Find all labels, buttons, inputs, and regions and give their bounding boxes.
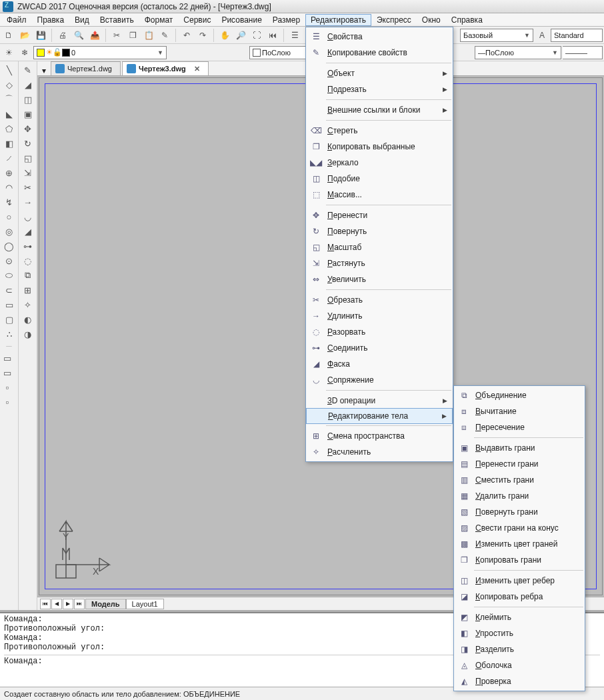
tab-next-icon[interactable]: ▶ — [63, 599, 73, 609]
linetype-combo[interactable]: ——— — [563, 46, 603, 59]
pal-icon-3[interactable]: ▫ — [0, 380, 15, 395]
modify-tool-10[interactable]: ◡ — [21, 209, 35, 224]
solidedit-item-10[interactable]: ▩Изменить цвет граней — [454, 536, 585, 552]
tab-model[interactable]: Модель — [85, 599, 126, 609]
menu-размер[interactable]: Размер — [267, 14, 305, 26]
modify-tool-2[interactable]: ◫ — [21, 92, 35, 107]
solidedit-item-8[interactable]: ▧Повернуть грани — [454, 504, 585, 520]
edit-item-28[interactable]: Редактирование тела▶ — [306, 408, 453, 424]
print-icon[interactable]: 🖨 — [55, 28, 70, 43]
menu-справка[interactable]: Справка — [446, 14, 488, 26]
solidedit-item-19[interactable]: ◬Оболочка — [454, 657, 585, 673]
solidedit-item-17[interactable]: ◧Упростить — [454, 625, 585, 641]
solidedit-item-4[interactable]: ▣Выдавить грани — [454, 440, 585, 456]
draw-tool-7[interactable]: ⊕ — [2, 165, 17, 180]
lineweight-combo[interactable]: — ПоСлою▼ — [475, 46, 561, 59]
modify-tool-14[interactable]: ⧉ — [21, 268, 35, 283]
draw-tool-0[interactable]: ╲ — [2, 63, 17, 77]
new-icon[interactable]: 🗋 — [1, 28, 16, 43]
tab-last-icon[interactable]: ⏭ — [74, 599, 85, 609]
paste-icon[interactable]: 📋 — [141, 28, 156, 43]
menu-правка[interactable]: Правка — [32, 14, 70, 26]
draw-tool-11[interactable]: ◎ — [2, 224, 17, 239]
edit-item-18[interactable]: ⇔Увеличить — [306, 271, 453, 287]
edit-item-3[interactable]: Объект▶ — [306, 65, 453, 81]
menu-окно[interactable]: Окно — [417, 14, 446, 26]
tab-layout1[interactable]: Layout1 — [126, 599, 164, 609]
solidedit-item-1[interactable]: ⧈Вычитание — [454, 403, 585, 419]
menu-рисование[interactable]: Рисование — [216, 14, 267, 26]
edit-item-4[interactable]: Подрезать▶ — [306, 81, 453, 97]
edit-item-24[interactable]: ◢Фаска — [306, 356, 453, 372]
modify-tool-8[interactable]: ✂ — [21, 180, 35, 195]
doctab[interactable]: Чертеж1.dwg — [51, 61, 121, 75]
draw-tool-4[interactable]: ⬠ — [2, 121, 17, 136]
draw-tool-10[interactable]: ○ — [2, 209, 17, 224]
draw-tool-17[interactable]: ▢ — [2, 312, 17, 327]
draw-tool-1[interactable]: ◇ — [2, 77, 17, 92]
edit-item-9[interactable]: ❐Копировать выбранные — [306, 139, 453, 155]
edit-item-30[interactable]: ⊞Смена пространства — [306, 428, 453, 444]
edit-item-25[interactable]: ◡Сопряжение — [306, 372, 453, 388]
edit-item-0[interactable]: ☰Свойства — [306, 29, 453, 45]
solidedit-item-2[interactable]: ⧇Пересечение — [454, 419, 585, 435]
save-icon[interactable]: 💾 — [33, 28, 48, 43]
edit-item-14[interactable]: ✥Перенести — [306, 207, 453, 223]
combo-standard[interactable]: Standard — [551, 29, 603, 42]
edit-item-12[interactable]: ⬚Массив... — [306, 187, 453, 203]
open-icon[interactable]: 📂 — [17, 28, 32, 43]
doctab[interactable]: Чертеж3.dwg✕ — [122, 61, 209, 75]
textstyle-icon[interactable]: A — [535, 28, 549, 43]
solidedit-item-0[interactable]: ⧉Объединение — [454, 387, 585, 403]
tab-prev-icon[interactable]: ◀ — [51, 599, 62, 609]
menu-сервис[interactable]: Сервис — [178, 14, 216, 26]
edit-item-20[interactable]: ✂Обрезать — [306, 292, 453, 308]
edit-item-17[interactable]: ⇲Растянуть — [306, 255, 453, 271]
matchprop-icon[interactable]: ✎ — [157, 28, 172, 43]
draw-tool-13[interactable]: ⊙ — [2, 253, 17, 268]
tab-dropdown-icon[interactable]: ▾ — [37, 66, 51, 75]
edit-item-10[interactable]: ◣◢Зеркало — [306, 155, 453, 171]
menu-редактировать[interactable]: Редактировать — [305, 14, 371, 26]
pal-icon-1[interactable]: ▭ — [0, 351, 15, 365]
edit-item-15[interactable]: ↻Повернуть — [306, 223, 453, 239]
draw-tool-5[interactable]: ◧ — [2, 136, 17, 151]
menu-файл[interactable]: Файл — [1, 14, 32, 26]
modify-tool-5[interactable]: ↻ — [21, 136, 35, 151]
draw-tool-6[interactable]: ⟋ — [2, 151, 17, 165]
draw-tool-16[interactable]: ▭ — [2, 297, 17, 312]
solidedit-item-14[interactable]: ◪Копировать ребра — [454, 589, 585, 605]
edit-item-27[interactable]: 3D операции▶ — [306, 393, 453, 409]
solidedit-item-18[interactable]: ◨Разделить — [454, 641, 585, 657]
modify-tool-17[interactable]: ◐ — [21, 312, 35, 327]
solidedit-item-6[interactable]: ▥Сместить грани — [454, 472, 585, 488]
tab-first-icon[interactable]: ⏮ — [40, 599, 51, 609]
redo-icon[interactable]: ↷ — [195, 28, 210, 43]
modify-tool-1[interactable]: ◢ — [21, 77, 35, 92]
modify-tool-4[interactable]: ✥ — [21, 121, 35, 136]
draw-tool-15[interactable]: ⊂ — [2, 283, 17, 297]
cut-icon[interactable]: ✂ — [109, 28, 124, 43]
draw-tool-14[interactable]: ⬭ — [2, 268, 17, 283]
edit-item-31[interactable]: ✧Расчленить — [306, 444, 453, 460]
props-icon[interactable]: ☰ — [287, 28, 302, 43]
draw-tool-12[interactable]: ◯ — [2, 239, 17, 253]
modify-tool-16[interactable]: ✧ — [21, 297, 35, 312]
undo-icon[interactable]: ↶ — [179, 28, 194, 43]
solidedit-item-20[interactable]: ◭Проверка — [454, 673, 585, 689]
edit-item-8[interactable]: ⌫Стереть — [306, 123, 453, 139]
layeriso-icon[interactable]: ❄ — [17, 45, 32, 60]
modify-tool-9[interactable]: → — [21, 195, 35, 209]
layer-combo[interactable]: ☀ 🔓 0 ▼ — [33, 46, 167, 59]
modify-tool-15[interactable]: ⊞ — [21, 283, 35, 297]
menu-формат[interactable]: Формат — [139, 14, 179, 26]
solidedit-item-5[interactable]: ▤Перенести грани — [454, 456, 585, 472]
draw-tool-9[interactable]: ↯ — [2, 195, 17, 209]
edit-item-22[interactable]: ◌Разорвать — [306, 324, 453, 340]
draw-tool-3[interactable]: ◣ — [2, 107, 17, 121]
modify-tool-0[interactable]: ✎ — [21, 63, 35, 77]
modify-tool-7[interactable]: ⇲ — [21, 165, 35, 180]
edit-item-11[interactable]: ◫Подобие — [306, 171, 453, 187]
modify-tool-6[interactable]: ◱ — [21, 151, 35, 165]
preview-icon[interactable]: 🔍 — [71, 28, 86, 43]
